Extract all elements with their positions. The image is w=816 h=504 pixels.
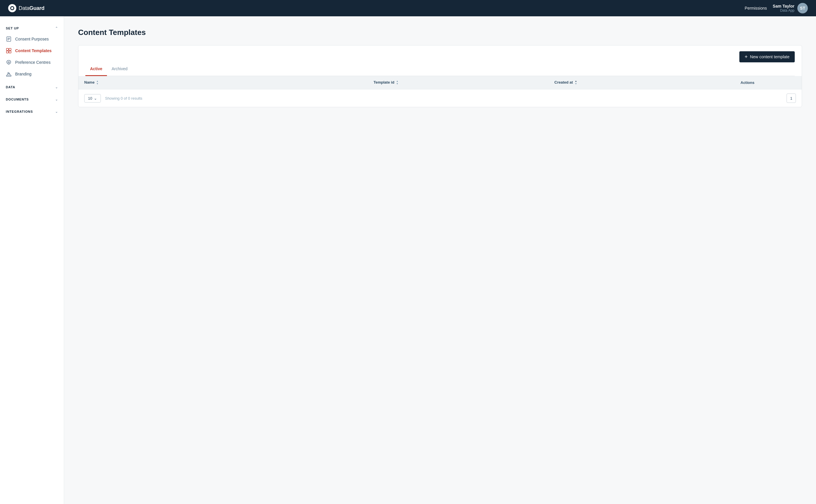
logo-icon <box>8 4 16 12</box>
sidebar-item-label: Content Templates <box>15 48 52 53</box>
sidebar-item-label: Preference Centres <box>15 60 50 65</box>
showing-text: Showing 0 of 0 results <box>105 96 142 101</box>
sidebar-section-setup-label: SET UP <box>6 27 19 30</box>
content-templates-table: Name ▴▾ Template id ▴▾ <box>78 76 802 89</box>
svg-rect-9 <box>6 75 11 76</box>
svg-point-8 <box>8 62 10 63</box>
sidebar-section-integrations-header[interactable]: INTEGRATIONS ⌄ <box>0 107 64 117</box>
new-button-label: New content template <box>750 54 789 59</box>
page-number[interactable]: 1 <box>787 94 796 103</box>
page-title: Content Templates <box>78 28 802 37</box>
col-header-created-at[interactable]: Created at ▴▾ <box>549 76 693 89</box>
tabs: Active Archived <box>85 62 795 76</box>
user-menu[interactable]: Sam Taylor Data App ST <box>773 3 808 13</box>
per-page-select[interactable]: 10 ⌄ <box>84 94 101 103</box>
logo[interactable]: DataGuard <box>8 4 44 12</box>
sidebar-section-documents: DOCUMENTS ⌄ <box>0 94 64 104</box>
sidebar-item-branding[interactable]: Branding <box>0 68 64 80</box>
main-content: Content Templates + New content template… <box>64 16 816 504</box>
table-footer: 10 ⌄ Showing 0 of 0 results 1 <box>78 89 802 107</box>
svg-rect-4 <box>6 48 8 50</box>
svg-rect-5 <box>9 48 11 50</box>
sort-icon-name: ▴▾ <box>97 80 98 85</box>
user-info: Sam Taylor Data App <box>773 4 794 13</box>
sidebar: SET UP ⌃ Consent Purposes <box>0 16 64 504</box>
svg-rect-6 <box>6 51 8 53</box>
sidebar-section-setup-header[interactable]: SET UP ⌃ <box>0 23 64 33</box>
sidebar-section-setup: SET UP ⌃ Consent Purposes <box>0 23 64 80</box>
logo-text: DataGuard <box>19 5 44 11</box>
sidebar-section-data-label: DATA <box>6 85 15 89</box>
preference-icon <box>6 59 12 65</box>
sidebar-section-data-header[interactable]: DATA ⌄ <box>0 82 64 92</box>
sidebar-section-documents-header[interactable]: DOCUMENTS ⌄ <box>0 94 64 104</box>
consent-icon <box>6 36 12 42</box>
sidebar-item-content-templates[interactable]: Content Templates <box>0 45 64 57</box>
per-page-chevron-icon: ⌄ <box>94 96 97 101</box>
chevron-down-icon: ⌄ <box>55 110 58 114</box>
template-icon <box>6 48 12 54</box>
sidebar-section-integrations: INTEGRATIONS ⌄ <box>0 107 64 117</box>
tab-archived[interactable]: Archived <box>107 62 132 76</box>
plus-icon: + <box>745 54 748 59</box>
chevron-down-icon: ⌄ <box>55 85 58 89</box>
col-header-name[interactable]: Name ▴▾ <box>78 76 368 89</box>
tab-active[interactable]: Active <box>85 62 107 76</box>
card-header: + New content template <box>78 45 802 62</box>
sidebar-section-integrations-label: INTEGRATIONS <box>6 110 33 113</box>
chevron-down-icon: ⌄ <box>55 97 58 101</box>
sidebar-section-documents-label: DOCUMENTS <box>6 98 29 101</box>
col-header-template-id[interactable]: Template id ▴▾ <box>368 76 549 89</box>
sidebar-item-preference-centres[interactable]: Preference Centres <box>0 57 64 68</box>
sort-icon-created-at: ▴▾ <box>575 80 577 85</box>
user-name: Sam Taylor <box>773 4 794 8</box>
table-container: Name ▴▾ Template id ▴▾ <box>78 76 802 107</box>
topnav: DataGuard Permissions Sam Taylor Data Ap… <box>0 0 816 16</box>
sort-icon-template-id: ▴▾ <box>396 80 398 85</box>
branding-icon <box>6 71 12 77</box>
permissions-link[interactable]: Permissions <box>745 6 767 10</box>
topnav-right: Permissions Sam Taylor Data App ST <box>745 3 808 13</box>
per-page-value: 10 <box>88 96 92 101</box>
table-header: Name ▴▾ Template id ▴▾ <box>78 76 802 89</box>
svg-rect-7 <box>9 51 11 53</box>
avatar[interactable]: ST <box>797 3 808 13</box>
layout: SET UP ⌃ Consent Purposes <box>0 16 816 504</box>
content-card: + New content template Active Archived N… <box>78 45 802 107</box>
user-app: Data App <box>773 8 794 13</box>
col-header-actions: Actions <box>693 76 802 89</box>
new-content-template-button[interactable]: + New content template <box>739 51 795 62</box>
sidebar-item-label: Consent Purposes <box>15 37 49 41</box>
pagination-left: 10 ⌄ Showing 0 of 0 results <box>84 94 142 103</box>
chevron-up-icon: ⌃ <box>55 26 58 30</box>
sidebar-section-data: DATA ⌄ <box>0 82 64 92</box>
sidebar-item-consent-purposes[interactable]: Consent Purposes <box>0 33 64 45</box>
sidebar-item-label: Branding <box>15 72 31 76</box>
